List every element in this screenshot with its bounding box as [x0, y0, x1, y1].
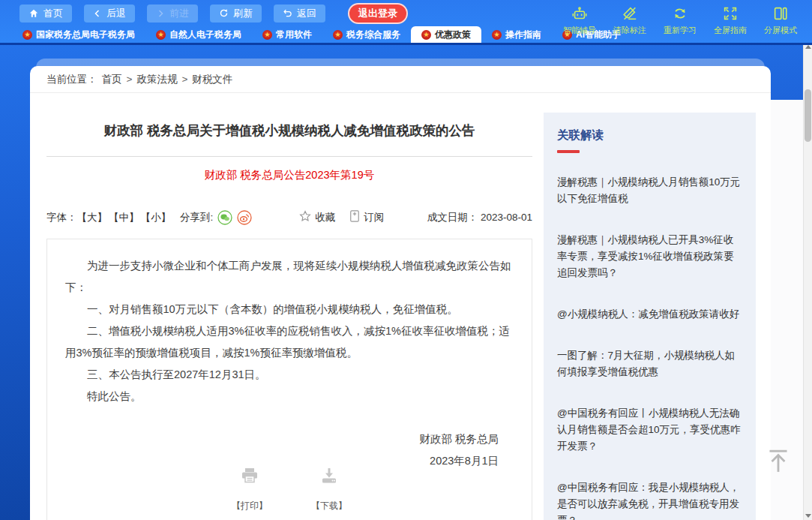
- tool-label: 分屏模式: [764, 25, 797, 36]
- breadcrumb: 当前位置： 首页 > 政策法规 > 财税文件: [30, 66, 771, 93]
- fullscreen-expand-icon: [721, 5, 739, 22]
- breadcrumb-prefix: 当前位置：: [46, 73, 97, 86]
- wechat-share-icon[interactable]: [217, 210, 232, 225]
- refresh-button-label: 刷新: [233, 7, 253, 20]
- return-icon: [283, 8, 292, 18]
- paragraph: 特此公告。: [65, 386, 514, 407]
- favorite-subscribe-group: 收藏 订阅: [298, 209, 384, 225]
- download-icon: [319, 467, 339, 493]
- related-article-link[interactable]: 一图了解：7月大征期，小规模纳税人如何填报享受增值税优惠: [557, 347, 742, 380]
- signature-issuer: 财政部 税务总局: [65, 428, 499, 450]
- tool-label: 智能辅导: [563, 25, 596, 36]
- vertical-scrollbar[interactable]: [803, 43, 812, 520]
- related-reading-panel: 关联解读 漫解税惠｜小规模纳税人月销售额10万元以下免征增值税 漫解税惠｜小规模…: [544, 113, 756, 520]
- related-article-link[interactable]: @中国税务有回应：我是小规模纳税人，是否可以放弃减免税，开具增值税专用发票？: [557, 479, 742, 520]
- issue-date-value: 2023-08-01: [481, 212, 532, 223]
- home-icon: [28, 8, 39, 19]
- clear-annotation-button[interactable]: 清除标注: [610, 5, 649, 36]
- scrollbar-thumb[interactable]: [805, 89, 811, 142]
- download-label: 【下载】: [311, 495, 347, 517]
- back-to-top-button[interactable]: [762, 446, 795, 479]
- title-accent-bar: [557, 150, 580, 153]
- logout-button[interactable]: 退出登录: [348, 3, 408, 24]
- eraser-icon: [621, 5, 639, 22]
- splitscreen-button[interactable]: 分屏模式: [761, 5, 800, 36]
- font-size-small-button[interactable]: 【小】: [141, 211, 172, 224]
- fullscreen-guide-button[interactable]: 全屏指南: [711, 5, 750, 36]
- download-button[interactable]: 【下载】: [311, 467, 347, 517]
- back-button[interactable]: 后退: [84, 5, 135, 23]
- tab-common-software[interactable]: ★ 常用软件: [252, 26, 322, 43]
- arrow-up-to-line-icon: [764, 467, 793, 479]
- breadcrumb-separator: >: [127, 74, 133, 85]
- related-article-link[interactable]: 漫解税惠｜小规模纳税人已开具3%征收率专票，享受减按1%征收增值税政策要追回发票…: [557, 232, 742, 281]
- tab-label: 税务综合服务: [346, 29, 400, 41]
- breadcrumb-fiscal-docs[interactable]: 财税文件: [192, 73, 232, 86]
- tab-operation-guide[interactable]: ★ 操作指南: [481, 26, 552, 43]
- related-reading-title: 关联解读: [557, 128, 742, 143]
- printer-icon: [240, 467, 259, 493]
- tab-natural-person-etax[interactable]: ★ 自然人电子税务局: [145, 26, 252, 43]
- document-body: 为进一步支持小微企业和个体工商户发展，现将延续小规模纳税人增值税减免政策公告如下…: [46, 239, 532, 520]
- tab-preferential-policy[interactable]: ★ 优惠政策: [411, 26, 481, 43]
- related-article-link[interactable]: @中国税务有回应丨小规模纳税人无法确认月销售额是否会超10万元，享受优惠咋开发票…: [557, 405, 742, 455]
- forward-button-label: 前进: [169, 7, 189, 20]
- font-size-large-button[interactable]: 【大】: [77, 211, 108, 224]
- related-article-link[interactable]: @小规模纳税人：减免增值税政策请收好: [557, 306, 742, 323]
- page-background: 当前位置： 首页 > 政策法规 > 财税文件 财政部 税务总局关于增值税小规模纳…: [0, 45, 812, 520]
- national-emblem-icon: ★: [492, 30, 502, 40]
- robot-icon: [571, 5, 589, 22]
- etax-browser-window: 首页 后退 前进 刷新 返回 退出登录 ★ 国家税务总局电: [0, 0, 812, 520]
- chevron-right-icon: [156, 9, 165, 18]
- favorite-button[interactable]: 收藏: [298, 209, 335, 225]
- subscribe-label: 订阅: [364, 211, 384, 224]
- refresh-circle-icon: [671, 5, 689, 22]
- national-emblem-icon: ★: [156, 30, 166, 40]
- weibo-share-icon[interactable]: [237, 210, 252, 225]
- chevron-left-icon: [93, 9, 102, 18]
- font-size-medium-button[interactable]: 【中】: [109, 211, 139, 224]
- print-button[interactable]: 【打印】: [232, 467, 268, 517]
- national-emblem-icon: ★: [333, 30, 343, 40]
- issue-date: 成文日期： 2023-08-01: [427, 211, 532, 224]
- forward-button[interactable]: 前进: [147, 5, 198, 23]
- breadcrumb-home[interactable]: 首页: [102, 73, 122, 86]
- paragraph: 三、本公告执行至2027年12月31日。: [65, 364, 514, 386]
- document-title: 财政部 税务总局关于增值税小规模纳税人减免增值税政策的公告: [46, 122, 532, 140]
- smart-tutor-button[interactable]: 智能辅导: [560, 5, 599, 36]
- assist-tools: 智能辅导 清除标注 重新学习 全屏指南 分屏模式: [560, 5, 800, 36]
- tab-tax-services[interactable]: ★ 税务综合服务: [322, 26, 411, 43]
- national-emblem-icon: ★: [262, 30, 272, 40]
- top-header: 首页 后退 前进 刷新 返回 退出登录 ★ 国家税务总局电: [0, 0, 812, 45]
- subscribe-button[interactable]: 订阅: [349, 209, 384, 225]
- related-article-link[interactable]: 漫解税惠｜小规模纳税人月销售额10万元以下免征增值税: [557, 174, 742, 207]
- return-button[interactable]: 返回: [274, 5, 325, 23]
- scrollbar-up-arrow[interactable]: [805, 45, 811, 49]
- document-meta-row: 字体： 【大】 【中】 【小】 分享到: 收藏 订阅: [46, 209, 532, 225]
- issue-date-label: 成文日期：: [427, 212, 478, 223]
- breadcrumb-policy[interactable]: 政策法规: [136, 73, 177, 86]
- paragraph: 为进一步支持小微企业和个体工商户发展，现将延续小规模纳税人增值税减免政策公告如下…: [65, 255, 514, 299]
- tool-label: 全屏指南: [714, 25, 747, 36]
- home-button-label: 首页: [43, 7, 63, 20]
- tab-label: 国家税务总局电子税务局: [36, 29, 135, 41]
- tab-label: 优惠政策: [435, 29, 471, 41]
- scrollbar-down-arrow[interactable]: [805, 514, 811, 518]
- content-card: 当前位置： 首页 > 政策法规 > 财税文件 财政部 税务总局关于增值税小规模纳…: [30, 66, 771, 520]
- signature-block: 财政部 税务总局 2023年8月1日: [65, 428, 514, 472]
- paragraph: 一、对月销售额10万元以下（含本数）的增值税小规模纳税人，免征增值税。: [65, 299, 514, 320]
- home-button[interactable]: 首页: [19, 5, 72, 23]
- relearn-button[interactable]: 重新学习: [661, 5, 700, 36]
- tab-national-etax[interactable]: ★ 国家税务总局电子税务局: [12, 26, 145, 43]
- refresh-button[interactable]: 刷新: [210, 5, 262, 23]
- tab-label: 自然人电子税务局: [169, 29, 241, 41]
- title-divider: [46, 156, 532, 157]
- star-icon: [298, 209, 312, 225]
- related-reading-list: 漫解税惠｜小规模纳税人月销售额10万元以下免征增值税 漫解税惠｜小规模纳税人已开…: [557, 174, 742, 520]
- document-number: 财政部 税务总局公告2023年第19号: [46, 168, 532, 182]
- font-size-label: 字体：: [46, 211, 77, 224]
- refresh-icon: [219, 8, 229, 18]
- national-emblem-icon: ★: [421, 30, 431, 40]
- bookmark-icon: [349, 209, 361, 225]
- favorite-label: 收藏: [315, 211, 335, 224]
